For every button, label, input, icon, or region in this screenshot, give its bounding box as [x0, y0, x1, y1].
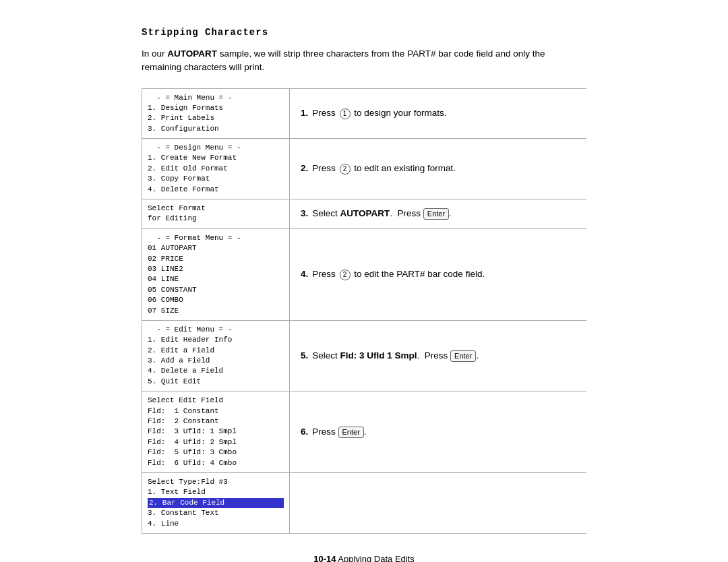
menu-line: 04 LINE	[148, 274, 284, 284]
step-text-6: Press Enter.	[312, 425, 366, 439]
menu-line: - = Main Menu = -	[148, 93, 284, 103]
step-content-1: 1. Press 1 to design your formats.	[290, 89, 586, 139]
circle-2: 2	[340, 164, 351, 175]
step-content-5: 5. Select Fld: 3 Ufld 1 Smpl. Press Ente…	[290, 321, 586, 391]
menu-line: Select Type:Fld #3	[148, 477, 284, 487]
step-row-2: - = Design Menu = - 1. Create New Format…	[142, 138, 586, 199]
autopart-label: AUTOPART	[340, 208, 390, 218]
menu-line: 06 COMBO	[148, 295, 284, 305]
page-container: Stripping Characters In our AUTOPART sam…	[101, 0, 627, 562]
step-text-1: Press 1 to design your formats.	[312, 106, 446, 120]
menu-line: - = Format Menu = -	[148, 233, 284, 243]
menu-box-1: - = Main Menu = - 1. Design Formats 2. P…	[142, 89, 290, 139]
menu-line: 2. Edit a Field	[148, 346, 284, 356]
menu-line: for Editing	[148, 214, 284, 224]
menu-line: - = Design Menu = -	[148, 143, 284, 153]
menu-line: Fld: 2 Constant	[148, 416, 284, 427]
menu-box-2: - = Design Menu = - 1. Create New Format…	[142, 139, 290, 199]
menu-line: 2. Bar Code Field	[148, 498, 284, 508]
steps-container: - = Main Menu = - 1. Design Formats 2. P…	[142, 88, 586, 534]
menu-line: 5. Quit Edit	[148, 377, 284, 387]
menu-line: 1. Text Field	[148, 487, 284, 497]
step-row-4: - = Format Menu = - 01 AUTOPART 02 PRICE…	[142, 228, 586, 320]
menu-line: Fld: 6 Ufld: 4 Cmbo	[148, 458, 284, 468]
step-text-4: Press 2 to edit the PART# bar code field…	[312, 268, 485, 281]
fld-label: Fld: 3 Ufld 1 Smpl	[340, 350, 417, 361]
step-number-3: 3.	[301, 207, 308, 220]
menu-line: Select Format	[148, 204, 284, 214]
step-text-5: Select Fld: 3 Ufld 1 Smpl. Press Enter.	[312, 349, 479, 363]
step-content-7	[290, 473, 586, 533]
menu-line: 3. Copy Format	[148, 174, 284, 184]
menu-line: 3. Configuration	[148, 124, 284, 134]
menu-line: 4. Line	[148, 519, 284, 529]
step-number-6: 6.	[301, 425, 308, 439]
menu-line: 07 SIZE	[148, 306, 284, 316]
step-content-6: 6. Press Enter.	[290, 392, 586, 472]
menu-box-7: Select Type:Fld #3 1. Text Field 2. Bar …	[142, 473, 290, 533]
menu-line: - = Edit Menu = -	[148, 325, 284, 335]
menu-line: Fld: 3 Ufld: 1 Smpl	[148, 427, 284, 437]
step-row-7: Select Type:Fld #3 1. Text Field 2. Bar …	[142, 472, 586, 534]
menu-box-6: Select Edit Field Fld: 1 Constant Fld: 2…	[142, 392, 290, 472]
menu-box-4: - = Format Menu = - 01 AUTOPART 02 PRICE…	[142, 229, 290, 320]
step-content-4: 4. Press 2 to edit the PART# bar code fi…	[290, 229, 586, 320]
step-number-1: 1.	[301, 106, 308, 120]
step-row-5: - = Edit Menu = - 1. Edit Header Info 2.…	[142, 320, 586, 391]
circle-2b: 2	[340, 270, 351, 280]
step-row-3: Select Format for Editing 3. Select AUTO…	[142, 199, 586, 228]
circle-1: 1	[340, 108, 351, 119]
menu-line: 05 CONSTANT	[148, 285, 284, 295]
menu-line: 2. Print Labels	[148, 113, 284, 123]
step-number-4: 4.	[301, 268, 308, 281]
step-number-5: 5.	[301, 349, 308, 363]
step-text-2: Press 2 to edit an existing format.	[312, 162, 456, 175]
section-title: Stripping Characters	[142, 27, 586, 38]
step-number-2: 2.	[301, 162, 308, 175]
menu-line: 4. Delete Format	[148, 185, 284, 195]
menu-line: 3. Add a Field	[148, 356, 284, 366]
enter-key-3: Enter	[423, 208, 449, 220]
menu-line: 1. Edit Header Info	[148, 335, 284, 345]
enter-key-6: Enter	[338, 427, 364, 438]
menu-line: 1. Design Formats	[148, 103, 284, 113]
menu-line: 2. Edit Old Format	[148, 164, 284, 174]
menu-line: 02 PRICE	[148, 254, 284, 264]
menu-box-5: - = Edit Menu = - 1. Edit Header Info 2.…	[142, 321, 290, 391]
menu-line: 4. Delete a Field	[148, 366, 284, 376]
menu-box-3: Select Format for Editing	[142, 199, 290, 228]
enter-key-5: Enter	[450, 350, 476, 362]
intro-brand: AUTOPART	[167, 49, 217, 59]
step-content-3: 3. Select AUTOPART. Press Enter.	[290, 199, 586, 228]
menu-line: Fld: 4 Ufld: 2 Smpl	[148, 437, 284, 447]
step-text-3: Select AUTOPART. Press Enter.	[312, 207, 452, 220]
menu-line: Select Edit Field	[148, 396, 284, 406]
page-ref: 10-14	[313, 554, 336, 562]
menu-line: 3. Constant Text	[148, 508, 284, 518]
footer: 10-14 Applying Data Edits	[142, 554, 586, 562]
intro-paragraph: In our AUTOPART sample, we will strip th…	[142, 47, 586, 75]
menu-line: Fld: 1 Constant	[148, 406, 284, 416]
footer-text: Applying Data Edits	[336, 554, 414, 562]
menu-line: 1. Create New Format	[148, 153, 284, 163]
menu-line: 03 LINE2	[148, 264, 284, 274]
step-content-2: 2. Press 2 to edit an existing format.	[290, 139, 586, 199]
menu-line: Fld: 5 Ufld: 3 Cmbo	[148, 447, 284, 458]
intro-text-before: In our	[142, 49, 167, 59]
step-row-1: - = Main Menu = - 1. Design Formats 2. P…	[142, 88, 586, 139]
menu-line: 01 AUTOPART	[148, 243, 284, 253]
step-row-6: Select Edit Field Fld: 1 Constant Fld: 2…	[142, 391, 586, 472]
